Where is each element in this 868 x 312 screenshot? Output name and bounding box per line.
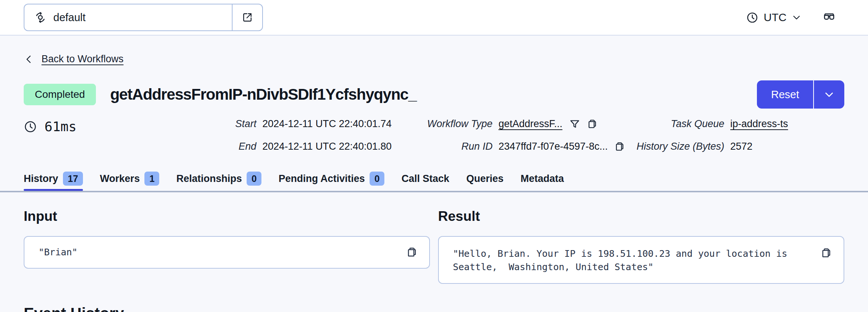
namespace-selector[interactable]: default: [24, 4, 263, 31]
workflow-duration: 61ms: [44, 119, 77, 134]
tab-count-badge: 17: [63, 172, 83, 186]
clock-icon: [746, 11, 758, 24]
clock-icon: [24, 120, 37, 133]
workflow-title: getAddressFromIP-nDivbSDIf1Ycfshyqync_: [110, 86, 416, 103]
tab-queries[interactable]: Queries: [466, 173, 504, 190]
tab-call-stack[interactable]: Call Stack: [401, 173, 449, 190]
tab-label: Queries: [466, 173, 504, 185]
tab-label: Call Stack: [401, 173, 449, 185]
copy-icon: [614, 141, 625, 152]
namespace-selector-main[interactable]: default: [24, 4, 232, 30]
tab-pending-activities[interactable]: Pending Activities 0: [278, 172, 384, 191]
filter-icon: [569, 119, 580, 130]
labs-mode-toggle[interactable]: [822, 10, 836, 24]
workflow-summary-details: 61ms Start 2024-12-11 UTC 22:40:01.74 En…: [24, 118, 844, 152]
namespace-icon: [34, 11, 47, 24]
tab-history[interactable]: History 17: [24, 172, 83, 191]
top-navigation-bar: default UTC: [0, 0, 868, 36]
timezone-selector[interactable]: UTC: [746, 11, 801, 24]
event-history-heading: Event History: [24, 305, 844, 312]
tab-label: Pending Activities: [278, 173, 365, 185]
workflow-detail-page: Back to Workflows Completed getAddressFr…: [0, 53, 868, 312]
workflow-type-link[interactable]: getAddressF...: [498, 118, 562, 130]
copy-run-id-button[interactable]: [614, 141, 625, 152]
copy-icon: [587, 119, 598, 130]
input-code-box: "Brian": [24, 236, 430, 269]
tab-count-badge: 1: [144, 172, 159, 186]
start-label: Start: [211, 118, 256, 130]
tabs-divider: [0, 191, 868, 192]
tab-count-badge: 0: [370, 172, 384, 186]
start-value: 2024-12-11 UTC 22:40:01.74: [262, 118, 416, 130]
namespace-external-link-button[interactable]: [232, 4, 262, 30]
tab-count-badge: 0: [247, 172, 261, 186]
result-value: "Hello, Brian. Your IP is 198.51.100.23 …: [453, 247, 812, 274]
reset-split-button: Reset: [757, 80, 844, 109]
timezone-label: UTC: [764, 11, 787, 24]
copy-result-button[interactable]: [821, 247, 832, 259]
input-value: "Brian": [39, 246, 397, 259]
back-to-workflows-link[interactable]: Back to Workflows: [41, 53, 124, 65]
reset-button[interactable]: Reset: [757, 80, 813, 109]
tab-metadata[interactable]: Metadata: [521, 173, 564, 190]
result-code-box: "Hello, Brian. Your IP is 198.51.100.23 …: [438, 236, 844, 284]
reset-dropdown-button[interactable]: [813, 80, 844, 109]
chevron-down-icon: [792, 13, 801, 22]
result-section: Result "Hello, Brian. Your IP is 198.51.…: [438, 209, 844, 284]
input-heading: Input: [24, 209, 430, 224]
end-label: End: [211, 141, 256, 152]
input-section: Input "Brian": [24, 209, 430, 284]
glasses-icon: [822, 10, 836, 24]
chevron-left-icon: [24, 54, 34, 64]
tab-relationships[interactable]: Relationships 0: [176, 172, 261, 191]
tab-workers[interactable]: Workers 1: [100, 172, 159, 191]
history-size-label: History Size (Bytes): [637, 141, 724, 152]
copy-icon: [406, 246, 418, 258]
copy-icon: [821, 247, 832, 259]
history-size-value: 2572: [730, 141, 788, 152]
tab-label: Relationships: [176, 173, 242, 185]
task-queue-link[interactable]: ip-address-ts: [730, 118, 788, 130]
run-id-value: 2347ffd7-f07e-4597-8c...: [498, 141, 608, 152]
filter-by-type-button[interactable]: [569, 119, 580, 130]
external-link-icon: [242, 12, 253, 23]
tab-label: Metadata: [521, 173, 564, 185]
chevron-down-icon: [824, 89, 835, 100]
run-id-label: Run ID: [416, 141, 493, 152]
namespace-current-value: default: [53, 11, 86, 24]
end-value: 2024-12-11 UTC 22:40:01.80: [262, 141, 416, 152]
status-badge: Completed: [24, 84, 96, 105]
task-queue-label: Task Queue: [637, 118, 724, 130]
workflow-tabs: History 17 Workers 1 Relationships 0 Pen…: [24, 172, 844, 191]
tab-label: History: [24, 173, 58, 185]
copy-input-button[interactable]: [406, 246, 418, 258]
tab-label: Workers: [100, 173, 140, 185]
copy-workflow-type-button[interactable]: [587, 119, 598, 130]
workflow-type-label: Workflow Type: [416, 118, 493, 130]
result-heading: Result: [438, 209, 844, 224]
